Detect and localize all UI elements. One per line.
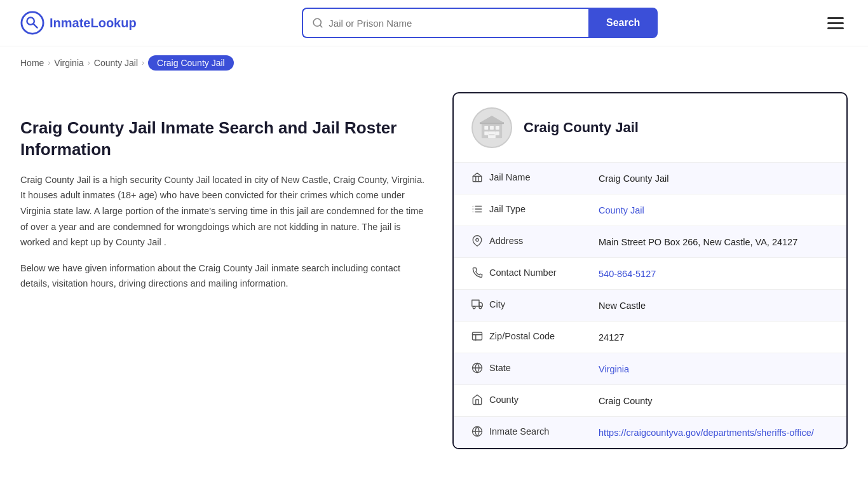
svg-marker-13 (480, 116, 503, 122)
row-link[interactable]: 540-864-5127 (599, 269, 656, 279)
row-label: Zip/Postal Code (454, 322, 581, 353)
type-icon: Jail Type (471, 203, 526, 215)
chevron-icon: › (88, 58, 90, 67)
svg-rect-9 (484, 132, 488, 135)
breadcrumb-active: Craig County Jail (148, 55, 234, 71)
row-value: Craig County (581, 385, 846, 417)
state-icon: State (471, 362, 511, 374)
building-icon (478, 114, 506, 142)
chevron-icon: › (48, 58, 50, 67)
table-row: Zip/Postal Code24127 (454, 322, 846, 353)
row-value: 24127 (581, 322, 846, 353)
chevron-icon: › (142, 58, 144, 67)
svg-rect-15 (473, 177, 482, 182)
svg-rect-14 (489, 134, 495, 135)
menu-button[interactable] (824, 13, 848, 33)
main-layout: Craig County Jail Inmate Search and Jail… (0, 79, 868, 475)
table-row: Jail NameCraig County Jail (454, 163, 846, 194)
breadcrumb-home[interactable]: Home (20, 58, 44, 68)
left-content: Craig County Jail Inmate Search and Jail… (20, 92, 427, 302)
svg-marker-24 (479, 302, 482, 306)
hamburger-line (827, 22, 844, 24)
address-icon: Address (471, 235, 523, 247)
svg-rect-10 (496, 132, 499, 135)
county-icon: County (471, 394, 519, 405)
row-value: Main Street PO Box 266, New Castle, VA, … (581, 226, 846, 258)
table-row: Contact Number540-864-5127 (454, 258, 846, 290)
svg-point-25 (473, 306, 475, 309)
breadcrumb: Home › Virginia › County Jail › Craig Co… (0, 46, 868, 79)
inmate-icon: Inmate Search (471, 426, 549, 437)
search-button[interactable]: Search (588, 8, 658, 38)
logo-text: InmateLookup (50, 16, 137, 30)
row-value: New Castle (581, 290, 846, 322)
row-label: Address (454, 226, 581, 258)
svg-line-4 (320, 25, 322, 27)
search-bar: Search (302, 8, 658, 38)
table-row: Inmate Searchhttps://craigcountyva.gov/d… (454, 417, 846, 449)
row-label: Inmate Search (454, 417, 581, 449)
hamburger-line (827, 17, 844, 19)
svg-rect-12 (480, 122, 504, 124)
table-row: CountyCraig County (454, 385, 846, 417)
card-header: Craig County Jail (454, 93, 846, 163)
row-link[interactable]: County Jail (599, 205, 644, 215)
phone-icon: Contact Number (471, 267, 557, 278)
row-label: County (454, 385, 581, 417)
table-row: StateVirginia (454, 353, 846, 385)
row-value[interactable]: https://craigcountyva.gov/departments/sh… (581, 417, 846, 449)
card-facility-name: Craig County Jail (524, 119, 639, 136)
svg-point-22 (476, 238, 479, 241)
svg-line-2 (33, 24, 37, 27)
city-icon: City (471, 299, 505, 310)
description-paragraph-2: Below we have given information about th… (20, 261, 427, 292)
zip-icon: Zip/Postal Code (471, 330, 555, 342)
info-table: Jail NameCraig County JailJail TypeCount… (454, 163, 846, 448)
row-label: City (454, 290, 581, 322)
info-card: Craig County Jail Jail NameCraig County … (452, 92, 848, 449)
page-heading: Craig County Jail Inmate Search and Jail… (20, 118, 427, 161)
row-value[interactable]: County Jail (581, 194, 846, 226)
row-value[interactable]: Virginia (581, 353, 846, 385)
row-link[interactable]: Virginia (599, 364, 629, 374)
row-value: Craig County Jail (581, 163, 846, 194)
description-paragraph-1: Craig County Jail is a high security Cou… (20, 172, 427, 250)
search-input-wrap (302, 8, 588, 38)
hamburger-line (827, 27, 844, 29)
row-link[interactable]: https://craigcountyva.gov/departments/sh… (599, 428, 814, 438)
row-label: Contact Number (454, 258, 581, 290)
svg-rect-27 (473, 332, 482, 340)
table-row: CityNew Castle (454, 290, 846, 322)
search-icon (312, 17, 323, 29)
svg-rect-7 (490, 126, 494, 130)
breadcrumb-virginia[interactable]: Virginia (54, 58, 83, 68)
facility-avatar (471, 107, 512, 148)
search-input[interactable] (329, 18, 580, 29)
table-row: Jail TypeCounty Jail (454, 194, 846, 226)
svg-rect-8 (496, 126, 499, 130)
svg-rect-6 (484, 126, 488, 130)
logo-icon (20, 11, 44, 35)
row-label: Jail Type (454, 194, 581, 226)
svg-point-26 (479, 306, 482, 309)
logo-link[interactable]: InmateLookup (20, 11, 137, 35)
breadcrumb-county-jail[interactable]: County Jail (94, 58, 138, 68)
svg-rect-23 (472, 300, 479, 306)
svg-point-0 (22, 12, 43, 34)
table-row: AddressMain Street PO Box 266, New Castl… (454, 226, 846, 258)
row-label: State (454, 353, 581, 385)
row-label: Jail Name (454, 163, 581, 194)
row-value[interactable]: 540-864-5127 (581, 258, 846, 290)
site-header: InmateLookup Search (0, 0, 868, 46)
jail-icon: Jail Name (471, 172, 530, 183)
